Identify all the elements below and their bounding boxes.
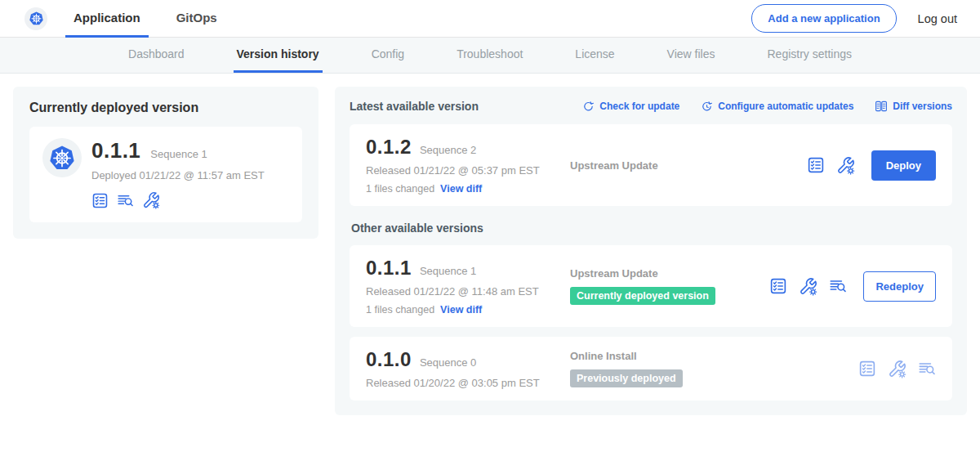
tab-dashboard[interactable]: Dashboard <box>125 38 188 73</box>
files-changed-label: 1 files changed <box>366 183 434 195</box>
tab-troubleshoot[interactable]: Troubleshoot <box>453 38 526 73</box>
currently-deployed-card: Currently deployed version 0.1.1 Sequenc… <box>13 87 318 239</box>
version-source-label: Upstream Update <box>570 267 761 280</box>
tab-license[interactable]: License <box>572 38 617 73</box>
view-diff-link[interactable]: View diff <box>440 304 482 316</box>
top-header: Application GitOps Add a new application… <box>0 0 980 38</box>
tab-config[interactable]: Config <box>368 38 408 73</box>
checklist-icon[interactable] <box>807 156 825 174</box>
header-tab-gitops[interactable]: GitOps <box>168 0 225 38</box>
configure-automatic-updates-link[interactable]: Configure automatic updates <box>701 101 853 113</box>
diff-icon <box>875 100 888 113</box>
version-number: 0.1.1 <box>366 257 412 280</box>
currently-deployed-title: Currently deployed version <box>29 101 302 115</box>
app-logo-large <box>42 138 82 177</box>
version-row-0-1-1: 0.1.1 Sequence 1 Released 01/21/22 @ 11:… <box>350 245 952 327</box>
released-timestamp: Released 01/21/22 @ 05:37 pm EST <box>366 164 570 177</box>
header-tab-label: GitOps <box>176 11 217 25</box>
previously-deployed-badge: Previously deployed <box>570 369 683 387</box>
sequence-label: Sequence 2 <box>420 144 476 156</box>
wrench-gear-icon[interactable] <box>836 156 855 175</box>
version-number: 0.1.0 <box>366 348 412 371</box>
released-timestamp: Released 01/21/22 @ 11:48 am EST <box>366 285 570 298</box>
diff-versions-link[interactable]: Diff versions <box>875 100 952 113</box>
tab-view-files[interactable]: View files <box>664 38 719 73</box>
logout-button[interactable]: Log out <box>918 12 957 25</box>
deployed-version-info: 0.1.1 Sequence 1 Deployed 01/21/22 @ 11:… <box>91 138 265 209</box>
currently-deployed-badge: Currently deployed version <box>570 287 715 305</box>
refresh-icon <box>582 101 595 113</box>
header-tab-application[interactable]: Application <box>65 0 149 38</box>
file-inspect-icon[interactable] <box>117 192 134 209</box>
view-diff-link[interactable]: View diff <box>440 183 482 195</box>
kubernetes-logo-icon <box>29 11 44 26</box>
file-inspect-icon[interactable] <box>918 360 936 378</box>
version-row-0-1-0: 0.1.0 Sequence 0 Released 01/20/22 @ 03:… <box>350 337 952 401</box>
main-content: Currently deployed version 0.1.1 Sequenc… <box>0 74 980 428</box>
deploy-button[interactable]: Deploy <box>871 150 936 181</box>
file-inspect-icon[interactable] <box>829 277 847 295</box>
deployed-timestamp: Deployed 01/21/22 @ 11:57 am EST <box>91 169 265 181</box>
version-row-0-1-2: 0.1.2 Sequence 2 Released 01/21/22 @ 05:… <box>350 124 952 206</box>
wrench-gear-icon[interactable] <box>142 191 160 209</box>
check-for-update-link[interactable]: Check for update <box>582 101 679 113</box>
latest-version-section-title: Latest available version <box>350 100 479 113</box>
deployed-version-number: 0.1.1 <box>91 138 140 163</box>
wrench-gear-icon[interactable] <box>799 277 817 296</box>
version-source-label: Upstream Update <box>570 159 799 172</box>
tab-version-history[interactable]: Version history <box>234 38 323 73</box>
redeploy-button[interactable]: Redeploy <box>863 271 936 302</box>
checklist-icon[interactable] <box>91 192 109 209</box>
wrench-gear-icon[interactable] <box>888 360 906 378</box>
app-logo <box>24 7 47 30</box>
checklist-icon[interactable] <box>858 360 876 378</box>
version-source-label: Online Install <box>570 350 850 362</box>
sequence-label: Sequence 1 <box>420 265 476 277</box>
auto-update-icon <box>701 101 713 113</box>
sequence-label: Sequence 0 <box>420 356 476 369</box>
version-history-panel: Latest available version Check for updat… <box>335 87 967 415</box>
kubernetes-logo-icon <box>48 144 76 172</box>
app-subnav: Dashboard Version history Config Trouble… <box>0 38 980 74</box>
other-versions-section-title: Other available versions <box>351 222 952 235</box>
checklist-icon[interactable] <box>769 277 787 295</box>
released-timestamp: Released 01/20/22 @ 03:05 pm EST <box>366 377 570 389</box>
deployed-version-card: 0.1.1 Sequence 1 Deployed 01/21/22 @ 11:… <box>29 127 302 222</box>
deployed-sequence-label: Sequence 1 <box>150 148 207 160</box>
files-changed-label: 1 files changed <box>366 304 434 316</box>
add-new-application-button[interactable]: Add a new application <box>751 4 896 33</box>
version-number: 0.1.2 <box>366 136 412 159</box>
tab-registry-settings[interactable]: Registry settings <box>764 38 855 73</box>
header-tab-label: Application <box>74 11 140 25</box>
